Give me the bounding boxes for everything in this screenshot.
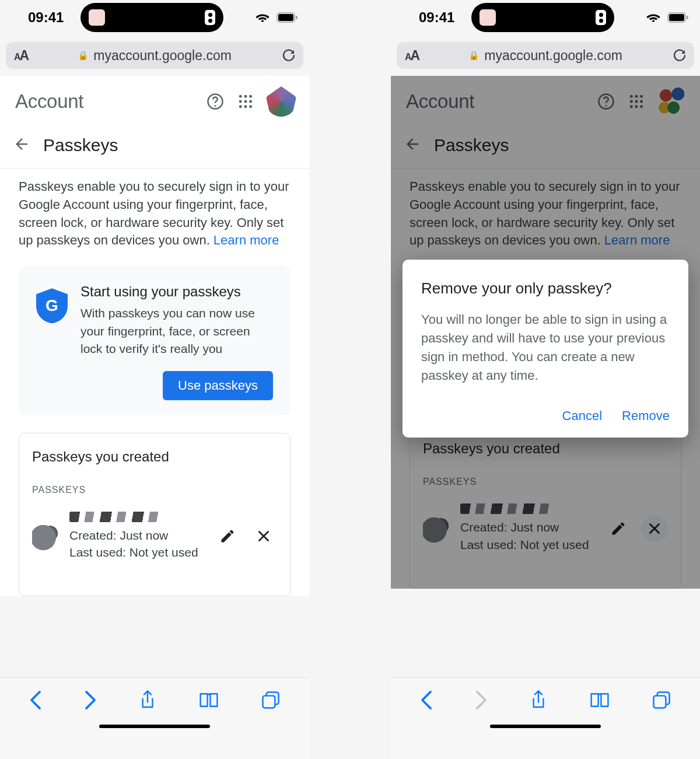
passkey-last-used: Last used: Not yet used [460,536,596,553]
learn-more-link[interactable]: Learn more [604,233,670,247]
remove-button[interactable]: Remove [622,408,670,424]
list-section-label: PASSKEYS [32,485,277,495]
tabs-icon[interactable] [261,691,280,712]
page-subheader: Passkeys [0,123,309,169]
island-app-icon [89,9,105,26]
svg-point-24 [630,105,633,108]
svg-point-18 [630,95,633,98]
apps-grid-icon[interactable] [236,92,256,111]
share-icon[interactable] [530,690,547,713]
passkey-created: Created: Just now [460,519,596,536]
reload-icon[interactable] [672,48,686,62]
url-host: myaccount.google.com [93,48,232,64]
apps-grid-icon[interactable] [626,92,646,111]
passkey-name-redacted [460,503,554,514]
svg-point-21 [630,100,633,103]
svg-point-25 [635,105,638,108]
passkeys-list-card: Passkeys you created PASSKEYS Created: J… [410,425,681,589]
island-app-icon [480,9,496,26]
battery-icon [667,12,688,23]
edit-passkey-icon[interactable] [605,515,632,542]
browser-url-bar[interactable]: AA 🔒 myaccount.google.com [397,42,694,69]
svg-point-9 [249,100,252,103]
avatar[interactable] [266,86,296,117]
intro-text: Passkeys enable you to securely sign in … [19,178,290,250]
cancel-button[interactable]: Cancel [562,408,602,424]
app-header: Account [0,76,309,123]
svg-rect-2 [296,16,298,19]
svg-point-4 [239,95,242,98]
back-arrow-icon[interactable] [404,135,421,155]
nav-forward-icon [475,690,488,712]
svg-point-26 [640,105,643,108]
intro-body: Passkeys enable you to securely sign in … [410,179,680,247]
app-header: Account [391,76,700,123]
svg-rect-27 [653,696,666,708]
safari-toolbar [391,677,700,759]
svg-point-17 [599,95,614,109]
svg-point-20 [640,95,643,98]
url-host: myaccount.google.com [484,48,622,64]
svg-point-6 [249,95,252,98]
text-size-icon[interactable]: AA [14,48,28,64]
page-title: Passkeys [43,135,118,155]
bookmarks-icon[interactable] [589,691,610,711]
svg-point-22 [635,100,638,103]
promo-title: Start using your passkeys [80,284,273,300]
reload-icon[interactable] [281,48,295,62]
text-size-icon[interactable]: AA [405,48,419,64]
dialog-title: Remove your only passkey? [421,279,670,298]
list-section-label: PASSKEYS [423,477,668,487]
intro-text: Passkeys enable you to securely sign in … [410,178,681,250]
list-title: Passkeys you created [423,440,668,457]
delete-passkey-icon[interactable] [250,523,277,550]
remove-passkey-dialog: Remove your only passkey? You will no lo… [402,260,688,438]
account-title: Account [406,90,586,113]
edit-passkey-icon[interactable] [214,523,241,550]
passkeys-list-card: Passkeys you created PASSKEYS Created: J… [19,433,290,597]
nav-forward-icon[interactable] [84,690,97,712]
bookmarks-icon[interactable] [198,691,219,711]
dynamic-island [471,3,614,32]
page-content: Account Passkeys Passkeys enable you to … [0,76,309,596]
delete-passkey-icon[interactable] [641,515,668,542]
svg-rect-13 [262,696,275,708]
dialog-body: You will no longer be able to sign in us… [421,310,670,385]
svg-rect-15 [669,14,684,21]
safari-toolbar [0,677,309,759]
passkey-device-icon [32,522,60,550]
promo-body: With passkeys you can now use your finge… [80,305,273,358]
status-time: 09:41 [419,9,466,26]
island-indicator-icon [205,10,215,25]
avatar[interactable] [657,86,687,117]
browser-url-bar[interactable]: AA 🔒 myaccount.google.com [6,42,303,69]
status-bar: 09:41 [0,0,309,35]
page-subheader: Passkeys [391,123,700,169]
back-arrow-icon[interactable] [13,135,30,155]
status-time: 09:41 [28,9,75,26]
phone-left: 09:41 AA 🔒 myaccount.google.com Account [0,0,309,759]
nav-back-icon[interactable] [420,690,433,712]
promo-card: G Start using your passkeys With passkey… [19,266,290,415]
passkey-last-used: Last used: Not yet used [69,544,205,561]
url-text[interactable]: 🔒 myaccount.google.com [419,48,672,64]
url-text[interactable]: 🔒 myaccount.google.com [28,48,281,64]
wifi-icon [256,12,270,23]
status-bar: 09:41 [391,0,700,35]
tabs-icon[interactable] [652,691,671,712]
learn-more-link[interactable]: Learn more [214,233,279,247]
svg-point-7 [239,100,242,103]
lock-icon: 🔒 [468,50,480,61]
nav-back-icon[interactable] [29,690,42,712]
svg-point-19 [635,95,638,98]
svg-point-23 [640,100,643,103]
account-title: Account [15,90,195,113]
help-icon[interactable] [205,92,225,111]
lock-icon: 🔒 [78,50,89,61]
svg-point-5 [244,95,247,98]
help-icon[interactable] [596,92,616,111]
svg-point-10 [239,105,242,108]
home-indicator [99,725,210,728]
share-icon[interactable] [139,690,156,713]
use-passkeys-button[interactable]: Use passkeys [163,371,273,400]
